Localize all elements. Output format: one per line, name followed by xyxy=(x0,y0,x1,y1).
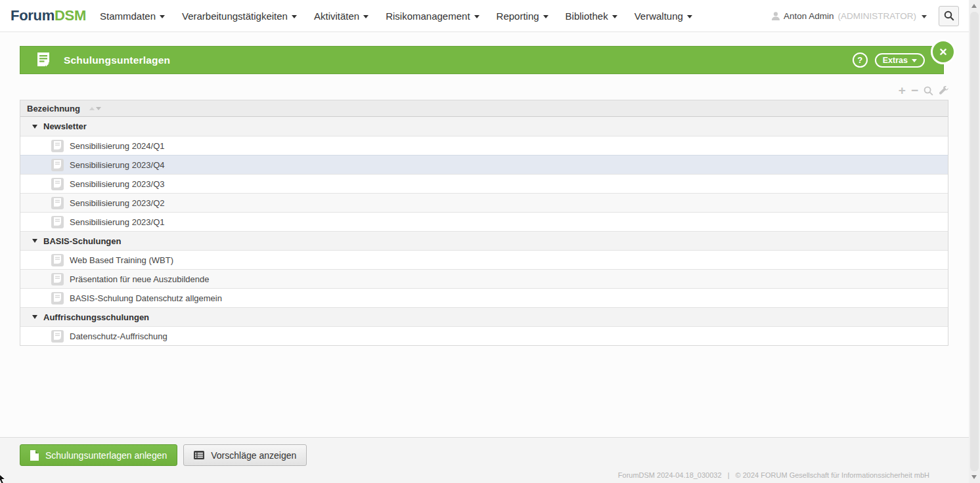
document-icon xyxy=(51,254,64,266)
column-header-bezeichnung[interactable]: Bezeichnung xyxy=(27,104,80,114)
user-menu[interactable]: Anton Admin (ADMINISTRATOR) xyxy=(772,11,927,21)
global-search-button[interactable] xyxy=(939,6,959,26)
table-row-web-based-training-wbt[interactable]: Web Based Training (WBT) xyxy=(20,250,948,269)
collapse-all-minus-icon[interactable]: − xyxy=(911,85,918,96)
app-logo[interactable]: ForumDSM xyxy=(11,7,86,24)
group-row-basis-schulungen[interactable]: BASIS-Schulungen xyxy=(20,231,948,250)
user-role: (ADMINISTRATOR) xyxy=(838,11,917,21)
table-row-sensibilisierung-2023-q3[interactable]: Sensibilisierung 2023/Q3 xyxy=(20,174,948,193)
nav-item-bibliothek[interactable]: Bibliothek xyxy=(557,0,626,32)
footer-separator: | xyxy=(728,471,730,479)
nav-item-verarbeitungstätigkeiten[interactable]: Verarbeitungstätigkeiten xyxy=(173,0,305,32)
grid-search-icon[interactable] xyxy=(924,86,933,96)
chevron-down-icon xyxy=(363,15,368,18)
panel-header-actions: ? Extras xyxy=(853,52,925,68)
chevron-down-icon xyxy=(922,15,927,18)
navbar-right: Anton Admin (ADMINISTRATOR) xyxy=(772,6,959,26)
chevron-down-icon xyxy=(292,15,297,18)
chevron-down-icon xyxy=(612,15,617,18)
table-row-datenschutz-auffrischung[interactable]: Datenschutz-Auffrischung xyxy=(20,326,948,345)
row-label: Präsentation für neue Auszubildende xyxy=(70,274,210,284)
nav-item-stammdaten[interactable]: Stammdaten xyxy=(91,0,173,32)
nav-menu: StammdatenVerarbeitungstätigkeitenAktivi… xyxy=(91,0,701,32)
suggestions-button-label: Vorschläge anzeigen xyxy=(211,450,296,461)
sort-desc-icon xyxy=(96,107,101,110)
document-icon xyxy=(51,159,64,171)
table-row-basis-schulung-datenschutz-allgemein[interactable]: BASIS-Schulung Datenschutz allgemein xyxy=(20,288,948,307)
create-button-label: Schulungsunterlagen anlegen xyxy=(45,450,167,461)
extras-label: Extras xyxy=(883,56,908,65)
row-label: Sensibilisierung 2023/Q1 xyxy=(70,217,165,227)
chevron-down-icon xyxy=(543,15,548,18)
document-icon xyxy=(51,216,64,228)
group-label: Auffrischungsschulungen xyxy=(43,312,149,322)
group-row-newsletter[interactable]: Newsletter xyxy=(20,117,948,136)
table-header-row[interactable]: Bezeichnung xyxy=(20,100,948,117)
training-document-icon xyxy=(37,52,50,68)
nav-item-aktivitäten[interactable]: Aktivitäten xyxy=(305,0,377,32)
document-icon xyxy=(51,292,64,304)
panel-header: Schulungsunterlagen ? Extras xyxy=(20,46,944,74)
table-row-sensibilisierung-2024-q1[interactable]: Sensibilisierung 2024/Q1 xyxy=(20,136,948,155)
page-title: Schulungsunterlagen xyxy=(64,54,170,66)
new-file-icon xyxy=(30,450,39,461)
nav-item-label: Aktivitäten xyxy=(314,10,359,22)
nav-item-label: Verarbeitungstätigkeiten xyxy=(182,10,288,22)
group-label: BASIS-Schulungen xyxy=(43,236,121,246)
nav-item-reporting[interactable]: Reporting xyxy=(488,0,557,32)
table-row-sensibilisierung-2023-q2[interactable]: Sensibilisierung 2023/Q2 xyxy=(20,193,948,212)
nav-item-label: Verwaltung xyxy=(635,10,683,22)
table-row-sensibilisierung-2023-q4[interactable]: Sensibilisierung 2023/Q4 xyxy=(20,155,948,174)
document-icon xyxy=(51,330,64,343)
nav-item-verwaltung[interactable]: Verwaltung xyxy=(626,0,701,32)
action-buttons: Schulungsunterlagen anlegen Vorschläge a… xyxy=(20,444,307,466)
table-row-sensibilisierung-2023-q1[interactable]: Sensibilisierung 2023/Q1 xyxy=(20,212,948,231)
nav-item-label: Bibliothek xyxy=(566,10,608,22)
row-label: Sensibilisierung 2023/Q4 xyxy=(70,160,165,170)
extras-dropdown-button[interactable]: Extras xyxy=(875,53,925,68)
row-label: Sensibilisierung 2023/Q2 xyxy=(70,198,165,208)
user-icon xyxy=(772,12,780,20)
group-collapse-icon[interactable] xyxy=(32,125,37,129)
scrollbar-up-icon[interactable] xyxy=(971,4,977,8)
group-row-auffrischungsschulungen[interactable]: Auffrischungsschulungen xyxy=(20,307,948,326)
list-icon xyxy=(194,451,204,459)
close-panel-button[interactable] xyxy=(931,39,956,64)
row-label: Sensibilisierung 2023/Q3 xyxy=(70,179,165,189)
nav-item-label: Risikomanagement xyxy=(386,10,470,22)
scrollbar-thumb[interactable] xyxy=(970,12,979,471)
footer-copyright: © 2024 FORUM Gesellschaft für Informatio… xyxy=(736,471,929,479)
table-row-präsentation-für-neue-auszubildende[interactable]: Präsentation für neue Auszubildende xyxy=(20,269,948,288)
create-training-material-button[interactable]: Schulungsunterlagen anlegen xyxy=(20,444,177,466)
top-navbar: ForumDSM StammdatenVerarbeitungstätigkei… xyxy=(0,0,969,32)
close-icon xyxy=(940,49,947,55)
help-button[interactable]: ? xyxy=(853,52,868,68)
nav-item-label: Reporting xyxy=(497,10,539,22)
grid-settings-wrench-icon[interactable] xyxy=(939,86,948,96)
chevron-down-icon xyxy=(912,59,917,62)
sort-arrows[interactable] xyxy=(89,107,101,110)
search-icon xyxy=(944,10,954,21)
vertical-scrollbar[interactable] xyxy=(969,0,980,483)
nav-item-risikomanagement[interactable]: Risikomanagement xyxy=(377,0,487,32)
expand-all-plus-icon[interactable]: + xyxy=(899,85,906,96)
sort-asc-icon xyxy=(89,107,95,110)
document-icon xyxy=(51,140,64,152)
document-icon xyxy=(51,273,64,285)
group-collapse-icon[interactable] xyxy=(32,315,37,319)
chevron-down-icon xyxy=(474,15,479,18)
app-logo-part2: DSM xyxy=(55,7,86,24)
row-label: Sensibilisierung 2024/Q1 xyxy=(70,141,165,151)
grid-toolbar: + − xyxy=(899,85,948,96)
scrollbar-down-icon[interactable] xyxy=(971,475,977,479)
document-icon xyxy=(51,197,64,209)
document-icon xyxy=(51,178,64,190)
row-label: BASIS-Schulung Datenschutz allgemein xyxy=(70,293,222,303)
chevron-down-icon xyxy=(160,15,165,18)
show-suggestions-button[interactable]: Vorschläge anzeigen xyxy=(183,444,307,466)
footer-info: ForumDSM 2024-04.18_030032 | © 2024 FORU… xyxy=(616,471,931,479)
row-label: Datenschutz-Auffrischung xyxy=(70,331,167,341)
group-collapse-icon[interactable] xyxy=(32,239,37,243)
user-name: Anton Admin xyxy=(784,11,834,21)
chevron-down-icon xyxy=(687,15,692,18)
